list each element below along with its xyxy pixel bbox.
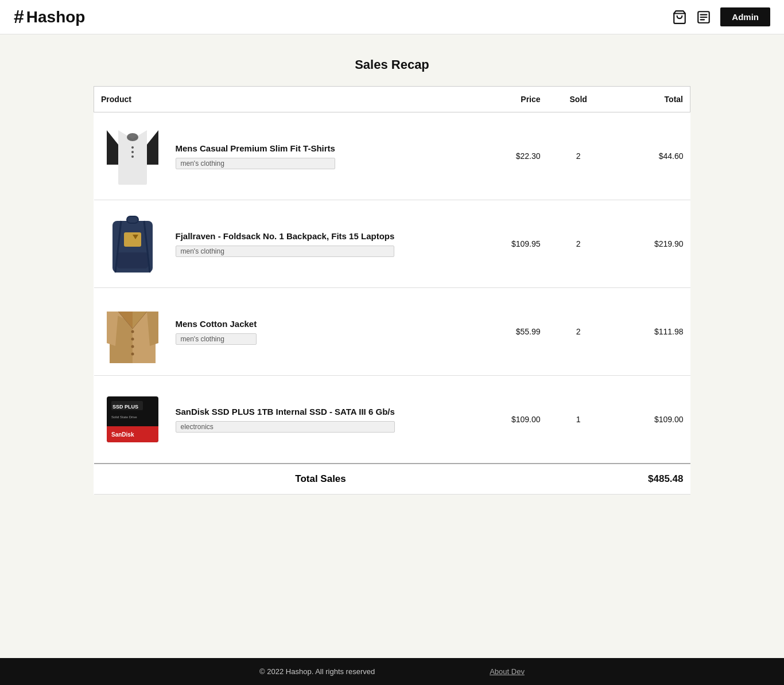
product-name: Mens Casual Premium Slim Fit T-Shirts	[176, 143, 335, 153]
product-sold: 2	[548, 200, 610, 288]
svg-rect-18	[124, 232, 141, 247]
orders-icon	[696, 10, 711, 25]
svg-point-28	[131, 338, 134, 341]
svg-point-9	[127, 133, 138, 141]
table-header: Product Price Sold Total	[94, 87, 690, 112]
product-price: $109.00	[467, 376, 548, 464]
product-total: $44.60	[610, 112, 690, 200]
total-label: Total Sales	[94, 464, 548, 495]
svg-point-11	[131, 151, 134, 153]
admin-button[interactable]: Admin	[720, 7, 770, 26]
product-cell: Fjallraven - Foldsack No. 1 Backpack, Fi…	[94, 200, 467, 288]
svg-rect-15	[127, 216, 138, 223]
cart-icon	[672, 10, 687, 25]
svg-point-12	[131, 155, 134, 158]
product-info: Mens Casual Premium Slim Fit T-Shirts me…	[176, 143, 335, 169]
table-body: Mens Casual Premium Slim Fit T-Shirts me…	[94, 112, 690, 495]
product-name: Fjallraven - Foldsack No. 1 Backpack, Fi…	[176, 231, 395, 241]
logo-hash: #	[14, 6, 24, 28]
product-info: Mens Cotton Jacket men's clothing	[176, 319, 257, 345]
logo-name: Hashop	[26, 8, 86, 26]
svg-text:Solid State Drive: Solid State Drive	[111, 415, 137, 419]
product-sold: 2	[548, 288, 610, 376]
product-total: $109.00	[610, 376, 690, 464]
sales-table: Product Price Sold Total	[94, 86, 690, 495]
svg-rect-14	[117, 252, 148, 268]
product-sold: 1	[548, 376, 610, 464]
svg-point-27	[131, 330, 134, 333]
product-price: $22.30	[467, 112, 548, 200]
table-row: Mens Cotton Jacket men's clothing $55.99…	[94, 288, 690, 376]
orders-button[interactable]	[696, 10, 711, 25]
product-image	[101, 209, 164, 278]
table-row: Mens Casual Premium Slim Fit T-Shirts me…	[94, 112, 690, 200]
footer: © 2022 Hashop. All rights reserved About…	[0, 658, 784, 685]
product-total: $219.90	[610, 200, 690, 288]
col-header-total: Total	[610, 87, 690, 112]
product-category: men's clothing	[176, 246, 395, 257]
product-name: SanDisk SSD PLUS 1TB Internal SSD - SATA…	[176, 407, 395, 417]
svg-marker-6	[107, 130, 118, 165]
footer-copyright: © 2022 Hashop. All rights reserved	[259, 667, 375, 676]
main-content: Sales Recap Product Price Sold Total	[48, 34, 736, 658]
col-header-product: Product	[94, 87, 467, 112]
product-name: Mens Cotton Jacket	[176, 319, 257, 329]
product-sold: 2	[548, 112, 610, 200]
svg-point-10	[131, 146, 134, 149]
product-category: men's clothing	[176, 158, 335, 169]
svg-text:SanDisk: SanDisk	[111, 431, 134, 438]
product-cell: Mens Cotton Jacket men's clothing	[94, 288, 467, 376]
col-header-sold: Sold	[548, 87, 610, 112]
product-image	[101, 122, 164, 190]
table-row: Fjallraven - Foldsack No. 1 Backpack, Fi…	[94, 200, 690, 288]
header: # Hashop Admin	[0, 0, 784, 34]
table-row: SSD PLUS Solid State Drive SanDisk SanDi…	[94, 376, 690, 464]
product-image: SSD PLUS Solid State Drive SanDisk	[101, 385, 164, 454]
about-dev-link[interactable]: About Dev	[490, 667, 525, 676]
product-image	[101, 297, 164, 366]
svg-text:SSD PLUS: SSD PLUS	[112, 404, 138, 410]
table-header-row: Product Price Sold Total	[94, 87, 690, 112]
col-header-price: Price	[467, 87, 548, 112]
total-value: $485.48	[610, 464, 690, 495]
product-category: electronics	[176, 421, 395, 433]
total-row: Total Sales $485.48	[94, 464, 690, 495]
product-price: $55.99	[467, 288, 548, 376]
product-info: Fjallraven - Foldsack No. 1 Backpack, Fi…	[176, 231, 395, 257]
product-price: $109.95	[467, 200, 548, 288]
svg-rect-35	[107, 426, 158, 429]
svg-point-30	[131, 353, 134, 356]
cart-button[interactable]	[672, 10, 687, 25]
logo[interactable]: # Hashop	[14, 6, 85, 28]
svg-rect-5	[118, 145, 147, 185]
product-cell: Mens Casual Premium Slim Fit T-Shirts me…	[94, 112, 467, 200]
svg-marker-7	[147, 130, 158, 165]
product-info: SanDisk SSD PLUS 1TB Internal SSD - SATA…	[176, 407, 395, 433]
total-sold-empty	[548, 464, 610, 495]
product-total: $111.98	[610, 288, 690, 376]
header-icons: Admin	[672, 7, 770, 26]
product-cell: SSD PLUS Solid State Drive SanDisk SanDi…	[94, 376, 467, 464]
page-title: Sales Recap	[94, 57, 690, 72]
svg-point-29	[131, 345, 134, 348]
product-category: men's clothing	[176, 333, 257, 345]
